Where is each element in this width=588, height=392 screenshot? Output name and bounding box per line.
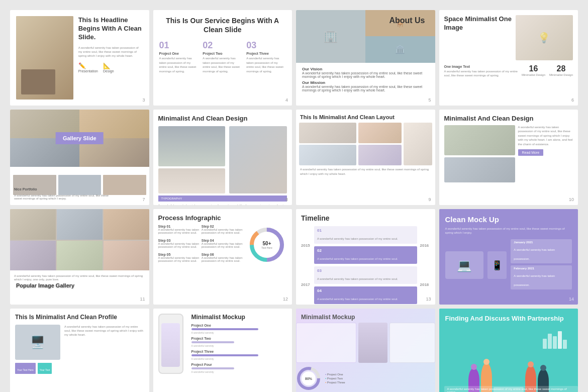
step-2: 02 Project Two A wonderful serenity has …: [203, 40, 242, 73]
slide-3[interactable]: About Us Our Vision A wonderful serenity…: [296, 10, 435, 106]
slide-7-img4: [358, 145, 402, 165]
slide-2[interactable]: This Is Our Service Begins With A Clean …: [153, 10, 292, 106]
slide-12-body: A wonderful serenity has taken possessio…: [445, 227, 572, 235]
slide-1-title: This Is Headline Begins With A Clean Sli…: [78, 16, 143, 42]
slide-7-img1: [299, 123, 356, 143]
slide-10-title: Process Infographic: [158, 214, 287, 222]
slide-8-number: 10: [569, 197, 574, 202]
slide-1-body: A wonderful serenity has taken possessio…: [78, 46, 143, 58]
pop-gallery-5: [57, 241, 103, 271]
slide-1-number: 3: [142, 97, 145, 103]
slide-10[interactable]: Process Infographic Step 01 A wonderful …: [153, 209, 292, 305]
slide-6[interactable]: Minimalist And Clean Design TYPOGRAPHY A…: [153, 110, 292, 205]
slide-6-img2: [158, 168, 225, 193]
tag-2: Your Text: [38, 363, 52, 374]
step-2-text: A wonderful serenity has taken possessio…: [203, 56, 242, 73]
slide-15[interactable]: Minimalist Mockup 80% ▪ Project One ▪: [296, 309, 435, 392]
slide-6-img1: [158, 126, 225, 166]
presentation-icon: ✏️: [78, 62, 98, 69]
slide-16-body-box: A wonderful serenity has taken possessio…: [444, 386, 578, 392]
slide-14-title: Minimalist Mockup: [191, 314, 287, 321]
stat-item-2: ▪ Project Two: [325, 377, 435, 380]
slide-7[interactable]: This Is Minimalist And Clean Layout A wo…: [296, 110, 435, 205]
pop-gallery-4: [10, 241, 56, 271]
slide-6-purple-bar: TYPOGRAPHY: [158, 195, 287, 202]
slide-4[interactable]: Space Minimalist One Image One Image Tex…: [439, 10, 578, 106]
slide-8-title: Minimalist And Clean Design: [444, 115, 573, 122]
slide-4-side-text: One Image Text A wonderful serenity has …: [444, 64, 518, 78]
slide-4-title: Space Minimalist One Image: [444, 15, 516, 32]
slide-14[interactable]: Minimalist Mockup Project One A wonderfu…: [153, 309, 292, 392]
slide-7-img2: [299, 145, 356, 165]
pop-gallery-1: [10, 209, 56, 240]
slide-7-img5: [404, 123, 432, 165]
step-1-title: Project One: [159, 52, 199, 55]
step-2-num: 02: [203, 40, 242, 51]
process-circle-chart: 50+ Text Here: [247, 225, 287, 265]
timeline-years-right: 2016 2018: [420, 226, 430, 304]
slide-3-image-left: [296, 10, 365, 63]
mockup-item-3: Project Three A wonderful serenity: [191, 350, 287, 360]
slide-4-stat1: 16 Minimalist Design: [522, 64, 545, 78]
slide-7-body: A wonderful serenity has taken possessio…: [296, 165, 435, 178]
pop-gallery-6: [104, 241, 149, 271]
stat-item-3: ▪ Project Three: [325, 381, 435, 384]
step-1-text: A wonderful serenity has taken possessio…: [159, 56, 199, 73]
slide-6-img3: [229, 126, 287, 193]
step-1-num: 01: [159, 40, 199, 51]
slide-12-number: 14: [569, 297, 574, 302]
slide-12-mockup: January 2021 A wonderful serenity has ta…: [445, 239, 572, 291]
design-icon: 📐: [103, 62, 114, 69]
slide-7-number: 9: [428, 197, 431, 202]
slide-4-image: [516, 15, 573, 60]
slide-3-title: About Us: [389, 16, 425, 25]
info-item-2: February 2021 A wonderful serenity has t…: [511, 265, 572, 289]
thumb-2: [58, 175, 102, 195]
slide-8[interactable]: Minimalist And Clean Design A wonderful …: [439, 110, 578, 205]
tag-1: Your Text Here: [15, 363, 36, 374]
slide-9-body: A wonderful serenity has taken possessio…: [14, 274, 145, 282]
slide-15-mock3: [389, 323, 435, 363]
pop-gallery-3: [104, 209, 149, 240]
infographic-step-2: Step 02 A wonderful serenity has taken p…: [202, 225, 243, 237]
slide-10-number: 12: [283, 297, 288, 302]
slide-15-mock2: [358, 323, 388, 363]
read-more-button[interactable]: Read More: [518, 149, 544, 156]
infographic-step-4: Step 04 A wonderful serenity has taken p…: [202, 239, 243, 251]
slide-5-body: A wonderful serenity has taken possessio…: [14, 194, 115, 200]
slide-5-portfolio: Nice Portfolio: [14, 187, 37, 191]
slide-5-number: 7: [142, 197, 145, 202]
step-2-title: Project Two: [203, 52, 242, 55]
slide-13[interactable]: This Is Minimalist And Clean Profile A w…: [10, 309, 149, 392]
slide-12-title: Clean Mock Up: [445, 215, 572, 224]
slide-6-body: A wonderful serenity has taken possessio…: [158, 204, 287, 205]
slide-16-title: Finding And Discuss With Partnership: [445, 315, 572, 323]
slide-1-label1: Presentation: [78, 69, 98, 73]
slide-6-number: 8: [285, 197, 288, 202]
slide-15-title: Minimalist Mockup: [296, 309, 435, 323]
infographic-step-6: Step 06 A wonderful serenity has taken p…: [202, 253, 243, 265]
slide-3-mission: Our Mission A wonderful serenity has tak…: [302, 80, 429, 92]
timeline-item-4: 04 A wonderful serenity has taken posses…: [314, 286, 417, 304]
slide-4-number: 6: [571, 97, 574, 103]
slide-9[interactable]: Popular Image Gallery A wonderful sereni…: [10, 209, 149, 305]
slide-15-mock1: [296, 323, 356, 363]
slide-1-image: [16, 16, 73, 100]
thumb-1: [13, 175, 56, 195]
slide-5[interactable]: Gallery Slide Nice Portfolio A wonderful…: [10, 110, 149, 205]
timeline-item-3: 03 A wonderful serenity has taken posses…: [314, 266, 417, 284]
slide-16[interactable]: Finding And Discuss With Partnership: [439, 309, 578, 392]
slide-7-title: This Is Minimalist And Clean Layout: [296, 110, 435, 123]
mockup-item-4: Project Four A wonderful serenity: [191, 363, 287, 373]
slide-11-title: Timeline: [301, 214, 430, 222]
slide-13-monitor: [15, 325, 60, 360]
slide-14-phone: [158, 314, 183, 374]
slide-13-title: This Is Minimalist And Clean Profile: [15, 314, 144, 322]
slide-1[interactable]: This Is Headline Begins With A Clean Sli…: [10, 10, 149, 106]
slide-15-circle: 80%: [296, 366, 321, 391]
slide-11[interactable]: Timeline 2015 2017 01 A wonderful sereni…: [296, 209, 435, 305]
step-3-num: 03: [246, 40, 286, 51]
infographic-step-5: Step 05 A wonderful serenity has taken p…: [158, 253, 200, 265]
slide-2-number: 4: [285, 97, 288, 103]
slide-12[interactable]: Clean Mock Up A wonderful serenity has t…: [439, 209, 578, 305]
